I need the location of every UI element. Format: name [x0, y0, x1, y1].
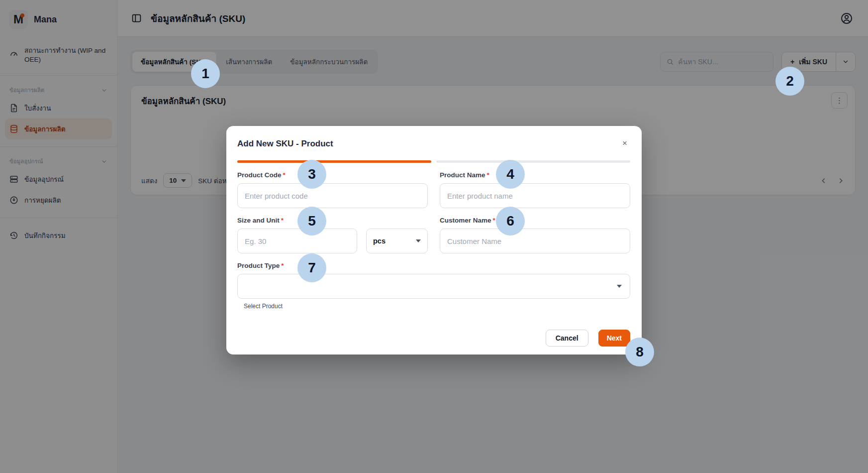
label-text: Size and Unit — [237, 217, 280, 224]
required-asterisk: * — [283, 171, 286, 179]
annotation-badge-5: 5 — [297, 207, 326, 236]
annotation-badge-6: 6 — [496, 207, 525, 236]
required-asterisk: * — [281, 217, 284, 224]
field-product-type: Product Type* Select Product — [237, 253, 630, 310]
product-name-label: Product Name* — [440, 171, 630, 179]
annotation-badge-3: 3 — [297, 160, 326, 189]
chevron-down-icon — [416, 239, 421, 242]
label-text: Product Name — [440, 171, 485, 179]
label-text: Product Code — [237, 171, 282, 179]
modal-footer: Cancel Next — [237, 330, 630, 347]
product-type-helper: Select Product — [244, 303, 630, 310]
label-text: Product Type — [237, 262, 280, 269]
field-product-code: Product Code* — [237, 163, 428, 208]
field-customer-name: Customer Name* — [440, 208, 630, 253]
annotation-badge-4: 4 — [496, 160, 525, 189]
customer-name-label: Customer Name* — [440, 217, 630, 224]
add-sku-modal: Add New SKU - Product × Product Code* Pr… — [226, 126, 642, 355]
field-product-name: Product Name* — [440, 163, 630, 208]
annotation-badge-1: 1 — [191, 59, 220, 88]
required-asterisk: * — [493, 217, 495, 224]
unit-value: pcs — [373, 237, 386, 245]
annotation-badge-7: 7 — [297, 253, 326, 282]
required-asterisk: * — [487, 171, 489, 179]
size-input[interactable] — [237, 229, 357, 253]
cancel-button[interactable]: Cancel — [546, 330, 588, 347]
required-asterisk: * — [281, 262, 284, 269]
product-code-label: Product Code* — [237, 171, 428, 179]
size-unit-label: Size and Unit* — [237, 217, 428, 224]
label-text: Customer Name — [440, 217, 491, 224]
next-button[interactable]: Next — [598, 330, 630, 347]
unit-select[interactable]: pcs — [366, 229, 428, 253]
product-name-input[interactable] — [440, 183, 630, 208]
product-type-label: Product Type* — [237, 262, 630, 269]
annotation-badge-8: 8 — [625, 338, 654, 366]
chevron-down-icon — [617, 285, 622, 288]
close-icon[interactable]: × — [619, 137, 630, 149]
product-code-input[interactable] — [237, 183, 428, 208]
customer-name-input[interactable] — [440, 229, 630, 253]
product-type-select[interactable] — [237, 274, 630, 299]
modal-title: Add New SKU - Product — [237, 137, 333, 149]
annotation-badge-2: 2 — [775, 67, 804, 96]
field-size-and-unit: Size and Unit* pcs — [237, 208, 428, 253]
modal-form: Product Code* Product Name* Size and Uni… — [237, 163, 630, 310]
